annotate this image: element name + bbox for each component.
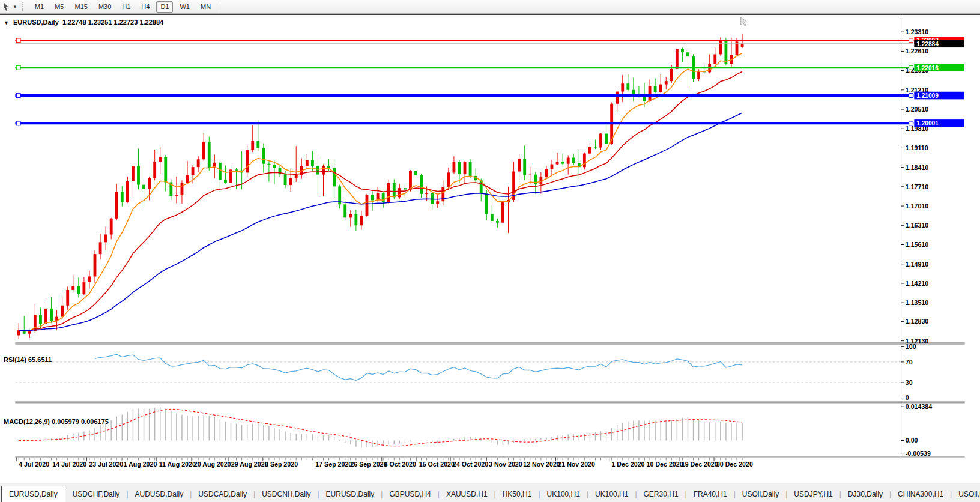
svg-text:1.15610: 1.15610: [906, 241, 929, 248]
ohlc-close: 1.22884: [139, 19, 163, 26]
svg-text:1.20001: 1.20001: [916, 120, 939, 127]
svg-text:1.19110: 1.19110: [906, 144, 928, 151]
toolbar-separator: [220, 1, 220, 12]
svg-text:1.22884: 1.22884: [916, 41, 939, 47]
symbol-tab-eurusd-daily[interactable]: EURUSD,Daily: [320, 487, 381, 502]
timeframe-button-mn[interactable]: MN: [196, 1, 215, 13]
symbol-tab-usoil-daily[interactable]: USOil,Daily: [736, 487, 785, 502]
timeframe-button-m30[interactable]: M30: [94, 1, 115, 13]
svg-text:0.014384: 0.014384: [906, 403, 932, 410]
ohlc-low: 1.22723: [114, 19, 138, 26]
symbol-tab-eurusd-daily[interactable]: EURUSD,Daily: [1, 486, 65, 502]
svg-text:1.12830: 1.12830: [906, 318, 929, 325]
panel-frame: [15, 16, 964, 457]
ohlc-high: 1.23251: [88, 19, 112, 26]
macd-signal-value: 0.006175: [81, 418, 109, 425]
symbol-tab-ger30-h1[interactable]: GER30,H1: [638, 487, 685, 502]
svg-text:1.20510: 1.20510: [906, 106, 929, 113]
symbol-tab-gbpusd-h4[interactable]: GBPUSD,H4: [383, 487, 437, 502]
svg-text:1.18410: 1.18410: [906, 164, 929, 171]
svg-text:24 Oct 2020: 24 Oct 2020: [453, 461, 488, 468]
svg-text:30 Dec 2020: 30 Dec 2020: [716, 461, 753, 468]
symbol-tab-usdcnh-daily[interactable]: USDCNH,Daily: [256, 487, 316, 502]
timeframe-button-d1[interactable]: D1: [156, 1, 173, 13]
svg-text:8 Sep 2020: 8 Sep 2020: [265, 461, 298, 468]
horizontal-level-lines: 1.230021.220161.210091.20001: [15, 37, 964, 127]
chart-title: ▼ EURUSD,Daily 1.22748 1.23251 1.22723 1…: [4, 19, 163, 26]
symbol-tab-usoil-h1[interactable]: USOil,H1: [952, 487, 980, 502]
svg-text:17 Sep 2020: 17 Sep 2020: [315, 461, 352, 468]
timeframe-button-w1[interactable]: W1: [175, 1, 194, 13]
svg-text:20 Aug 2020: 20 Aug 2020: [194, 461, 231, 468]
svg-text:26 Sep 2020: 26 Sep 2020: [350, 461, 387, 468]
timeframe-button-m15[interactable]: M15: [70, 1, 91, 13]
svg-text:6 Oct 2020: 6 Oct 2020: [384, 461, 416, 468]
timeframe-button-m5[interactable]: M5: [50, 1, 68, 13]
symbol-tab-uk100-h1[interactable]: UK100,H1: [589, 487, 634, 502]
symbol-tab-hk50-h1[interactable]: HK50,H1: [497, 487, 538, 502]
macd-indicator-label: MACD(12,26,9) 0.005979 0.006175: [4, 418, 109, 425]
timeframe-button-h4[interactable]: H4: [137, 1, 154, 13]
svg-text:1.13510: 1.13510: [906, 299, 929, 306]
svg-text:1.16310: 1.16310: [906, 222, 929, 229]
svg-text:1.17710: 1.17710: [906, 183, 929, 190]
cursor-tool-icon[interactable]: [1, 2, 11, 11]
symbol-tab-bar: EURUSD,DailyUSDCHF,Daily|AUDUSD,Daily|US…: [0, 483, 980, 502]
symbol-tab-fra40-h1[interactable]: FRA40,H1: [688, 487, 733, 502]
symbol-tab-xauusd-h1[interactable]: XAUUSD,H1: [440, 487, 494, 502]
svg-text:19 Dec 2020: 19 Dec 2020: [682, 461, 718, 468]
chart-symbol-period: EURUSD,Daily: [13, 19, 59, 26]
svg-text:1.17010: 1.17010: [906, 202, 929, 210]
svg-text:1.22610: 1.22610: [906, 47, 929, 55]
date-axis: 4 Jul 202014 Jul 202023 Jul 20201 Aug 20…: [16, 457, 753, 468]
svg-text:70: 70: [906, 358, 913, 366]
svg-text:12 Nov 2020: 12 Nov 2020: [523, 461, 560, 468]
symbol-tab-usdchf-daily[interactable]: USDCHF,Daily: [67, 487, 126, 502]
svg-text:1.14210: 1.14210: [906, 280, 929, 287]
svg-text:1.23310: 1.23310: [906, 28, 929, 35]
svg-text:10 Dec 2020: 10 Dec 2020: [647, 461, 683, 468]
svg-text:15 Oct 2020: 15 Oct 2020: [419, 461, 455, 468]
collapse-triangle-icon[interactable]: ▼: [4, 20, 9, 26]
chart-canvas[interactable]: 4 Jul 202014 Jul 202023 Jul 20201 Aug 20…: [0, 16, 980, 484]
symbol-tab-dj30-daily[interactable]: DJ30,Daily: [842, 487, 889, 502]
svg-text:29 Aug 2020: 29 Aug 2020: [231, 461, 268, 468]
timeframe-toolbar: ▼ M1M5M15M30H1H4D1W1MN: [0, 0, 980, 14]
svg-text:11 Aug 2020: 11 Aug 2020: [159, 461, 196, 468]
svg-text:1.21009: 1.21009: [916, 92, 939, 99]
svg-text:3 Nov 2020: 3 Nov 2020: [489, 461, 522, 468]
symbol-tab-usdcad-daily[interactable]: USDCAD,Daily: [192, 487, 253, 502]
macd-main-value: 0.005979: [52, 418, 79, 425]
symbol-tab-usdjpy-h1[interactable]: USDJPY,H1: [788, 487, 838, 502]
chevron-down-icon[interactable]: ▼: [11, 4, 19, 10]
timeframe-button-h1[interactable]: H1: [118, 1, 135, 13]
mouse-cursor: [741, 17, 748, 26]
symbol-tab-china300-h1[interactable]: CHINA300,H1: [892, 487, 949, 502]
svg-text:30: 30: [906, 379, 913, 386]
rsi-value: 65.6511: [28, 356, 52, 363]
svg-text:21 Nov 2020: 21 Nov 2020: [558, 461, 595, 468]
ohlc-open: 1.22748: [62, 19, 86, 26]
svg-text:23 Jul 2020: 23 Jul 2020: [89, 461, 123, 468]
symbol-tab-uk100-h1[interactable]: UK100,H1: [541, 487, 586, 502]
price-axis: 1.233101.226101.219101.212101.205101.198…: [901, 28, 928, 344]
symbol-tab-audusd-daily[interactable]: AUDUSD,Daily: [129, 487, 190, 502]
svg-text:1 Dec 2020: 1 Dec 2020: [612, 461, 645, 468]
timeframe-button-m1[interactable]: M1: [31, 1, 48, 13]
svg-text:-0.00539: -0.00539: [906, 450, 931, 457]
chart-window: ▼ EURUSD,Daily 1.22748 1.23251 1.22723 1…: [0, 14, 980, 483]
svg-text:14 Jul 2020: 14 Jul 2020: [52, 461, 86, 468]
toolbar-grip-handle[interactable]: [22, 2, 26, 11]
svg-text:0.00: 0.00: [906, 437, 918, 444]
candlesticks: [17, 34, 744, 339]
svg-text:1.22016: 1.22016: [916, 65, 939, 71]
rsi-indicator-label: RSI(14) 65.6511: [4, 356, 52, 363]
rsi-panel: 10070300: [15, 343, 916, 401]
svg-text:1.14910: 1.14910: [906, 261, 929, 268]
macd-panel: 0.0143840.00-0.00539: [19, 403, 932, 457]
svg-text:100: 100: [906, 343, 916, 350]
macd-name: MACD(12,26,9): [4, 418, 50, 425]
rsi-name: RSI(14): [4, 356, 26, 363]
svg-text:1 Aug 2020: 1 Aug 2020: [124, 461, 157, 468]
svg-text:4 Jul 2020: 4 Jul 2020: [19, 461, 49, 468]
